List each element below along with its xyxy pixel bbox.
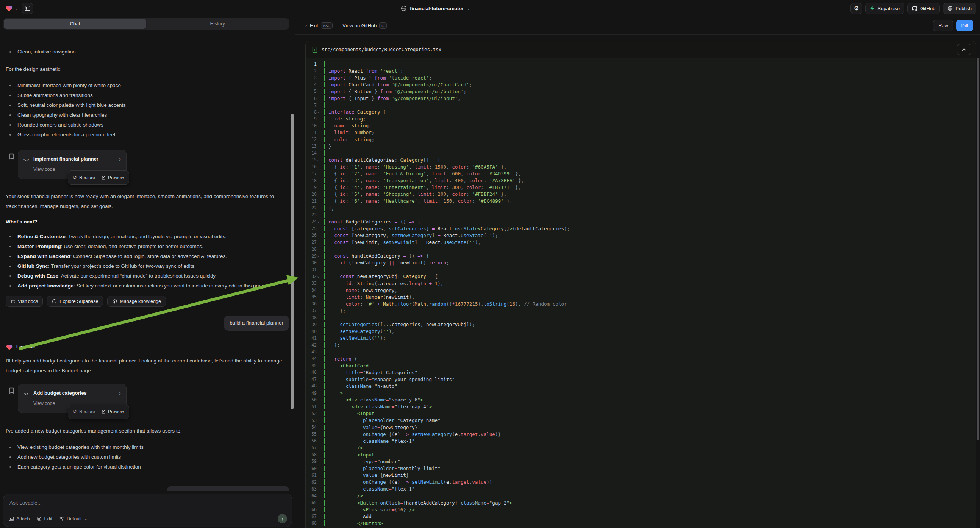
tab-history[interactable]: History [146,19,289,29]
line-number[interactable]: 23 [306,212,323,218]
toggle-sidebar-button[interactable] [22,3,33,14]
line-number[interactable]: 68 [306,520,323,526]
line-number[interactable]: 65 [306,500,323,505]
raw-button[interactable]: Raw [933,20,953,32]
line-number[interactable]: 43 [306,349,323,355]
line-number[interactable]: 29⌄ [306,253,323,259]
line-number[interactable]: 42 [306,342,323,348]
send-button[interactable]: ↑ [278,514,287,523]
line-number[interactable]: 10 [306,123,323,129]
publish-button[interactable]: Publish [943,3,976,14]
line-number[interactable]: 17 [306,171,323,177]
line-number[interactable]: 52 [306,411,323,416]
line-number[interactable]: 26 [306,232,323,238]
lovable-logo-icon[interactable]: ⌄ [5,5,18,12]
mode-selector[interactable]: Default ⌄ [59,516,88,522]
line-number[interactable]: 19 [306,185,323,190]
line-number[interactable]: 31 [306,267,323,272]
line-number[interactable]: 11 [306,130,323,135]
file-header[interactable]: src/components/budget/BudgetCategories.t… [306,41,976,58]
line-number[interactable]: 33 [306,281,323,286]
line-number[interactable]: 44 [306,356,323,361]
code-scrollbar[interactable] [977,57,979,440]
line-number[interactable]: 51 [306,404,323,409]
version-card[interactable]: <> Add budget categories › View code ↺ R… [18,384,127,413]
version-card[interactable]: <> Implement financial planner › View co… [18,149,127,179]
line-number[interactable]: 40 [306,329,323,334]
line-number[interactable]: 57 [306,445,323,450]
bookmark-icon[interactable] [9,388,14,394]
line-number[interactable]: 30 [306,260,323,266]
line-number[interactable]: 27 [306,239,323,245]
line-number[interactable]: 63 [306,486,323,491]
line-number[interactable]: 1 [306,61,323,67]
supabase-button[interactable]: Supabase [865,3,904,14]
line-number[interactable]: 50 [306,397,323,402]
preview-button[interactable]: Preview [101,407,124,417]
line-number[interactable]: 56 [306,438,323,444]
attach-button[interactable]: Attach [9,516,30,522]
line-number[interactable]: 22 [306,205,323,211]
line-number[interactable]: 16 [306,164,323,169]
line-number[interactable]: 9 [306,116,323,122]
message-menu-button[interactable]: ⋯ [280,342,286,352]
line-number[interactable]: 2 [306,68,323,73]
line-number[interactable]: 64 [306,493,323,498]
line-number[interactable]: 62 [306,480,323,485]
preview-button[interactable]: Preview [101,173,124,183]
github-button[interactable]: GitHub [907,3,940,14]
line-number[interactable]: 21 [306,199,323,204]
line-number[interactable]: 41 [306,336,323,341]
line-number[interactable]: 39 [306,322,323,327]
code-editor[interactable]: 1 2import React from 'react';3import { P… [306,58,976,528]
view-code-link[interactable]: View code [33,400,55,406]
chat-scroll-area[interactable]: Clean, intuitive navigation For the desi… [0,30,295,491]
chat-scrollbar[interactable] [291,114,294,409]
diff-button[interactable]: Diff [956,20,973,32]
exit-button[interactable]: ‹ Exit ESC [305,22,332,29]
line-number[interactable]: 46 [306,370,323,375]
line-number[interactable]: 47 [306,377,323,382]
line-number[interactable]: 28 [306,247,323,252]
restore-button[interactable]: ↺ Restore [73,407,95,417]
line-number[interactable]: 55 [306,431,323,437]
line-number[interactable]: 5 [306,89,323,94]
line-number[interactable]: 61 [306,473,323,478]
bookmark-icon[interactable] [9,153,14,160]
line-number[interactable]: 37 [306,308,323,313]
line-number[interactable]: 58 [306,452,323,457]
line-number[interactable]: 7 [306,103,323,108]
line-number[interactable]: 20 [306,192,323,197]
line-number[interactable]: 49 [306,391,323,396]
view-code-link[interactable]: View code [33,166,55,172]
line-number[interactable]: 3 [306,75,323,80]
line-number[interactable]: 4 [306,82,323,87]
edit-button[interactable]: Edit [37,516,52,522]
chat-input[interactable] [10,500,231,506]
line-number[interactable]: 48 [306,383,323,389]
line-number[interactable]: 25 [306,226,323,231]
collapse-file-button[interactable] [957,44,971,55]
line-number[interactable]: 38 [306,315,323,320]
line-number[interactable]: 35 [306,294,323,300]
line-number[interactable]: 8⌄ [306,110,323,115]
restore-button[interactable]: ↺ Restore [73,173,95,183]
line-number[interactable]: 36 [306,301,323,307]
visit-docs-button[interactable]: Visit docs [6,296,43,307]
line-number[interactable]: 32⌄ [306,274,323,279]
line-number[interactable]: 53 [306,418,323,423]
explore-supabase-button[interactable]: Explore Supabase [47,296,103,307]
view-on-github-link[interactable]: View on GitHub G [342,22,387,29]
settings-button[interactable]: ⚙ [850,3,862,14]
line-number[interactable]: 24⌄ [306,219,323,224]
project-selector[interactable]: financial-future-creator ⌄ [401,0,471,17]
line-number[interactable]: 14 [306,150,323,156]
line-number[interactable]: 54 [306,425,323,430]
line-number[interactable]: 59 [306,459,323,464]
line-number[interactable]: 13 [306,143,323,149]
line-number[interactable]: 12 [306,137,323,142]
line-number[interactable]: 15⌄ [306,157,323,162]
line-number[interactable]: 6 [306,96,323,101]
tab-chat[interactable]: Chat [4,19,146,29]
line-number[interactable]: 45 [306,363,323,368]
